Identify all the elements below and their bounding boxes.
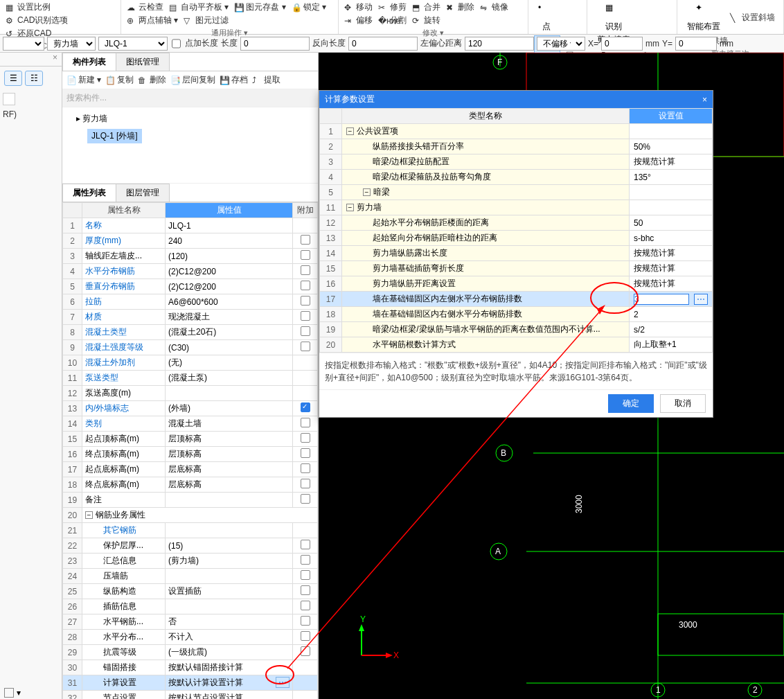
- ln-dd-icon[interactable]: ▾: [17, 688, 21, 698]
- prop-value[interactable]: A6@600*600: [166, 294, 293, 310]
- prop-attach-cb[interactable]: [301, 555, 310, 565]
- prop-attach-cb[interactable]: [301, 585, 310, 595]
- opt-rev-input[interactable]: [348, 37, 418, 51]
- prop-attach-cb[interactable]: [301, 540, 310, 549]
- opt-blank[interactable]: [3, 37, 44, 51]
- dlg-cancel-button[interactable]: 取消: [660, 394, 706, 413]
- opt-addlen-check[interactable]: [172, 37, 181, 51]
- prop-attach-cb[interactable]: [301, 250, 310, 260]
- opt-y-input[interactable]: [675, 37, 717, 51]
- opt-component[interactable]: JLQ-1: [98, 37, 168, 51]
- dlg-val[interactable]: ⋯: [630, 292, 713, 307]
- ln-tree-view[interactable]: ☷: [25, 71, 43, 86]
- rb-mirror[interactable]: ⇋镜像: [480, 1, 508, 13]
- prop-attach-cb[interactable]: [301, 448, 310, 458]
- dlg-val[interactable]: [630, 185, 713, 200]
- prop-value[interactable]: 现浇混凝土: [166, 310, 293, 325]
- prop-attach-cb[interactable]: [301, 631, 310, 641]
- opt-left-input[interactable]: [465, 37, 534, 51]
- dlg-val[interactable]: s-bhc: [630, 231, 713, 246]
- prop-value[interactable]: 按默认计算设置计算⋯: [166, 675, 293, 691]
- tab-component-list[interactable]: 构件列表: [62, 53, 116, 71]
- prop-attach-cb[interactable]: [301, 296, 310, 306]
- rb-rotate[interactable]: ⟳旋转: [412, 15, 440, 26]
- prop-attach-cb[interactable]: [301, 646, 310, 656]
- prop-value[interactable]: 按默认节点设置计算: [166, 691, 293, 700]
- tb-archive[interactable]: 💾存档: [220, 74, 248, 86]
- prop-attach-cb[interactable]: [301, 418, 310, 427]
- rb-elem-filter[interactable]: ▽图元过滤: [184, 15, 229, 26]
- rb-delete[interactable]: ✖删除: [446, 1, 474, 13]
- prop-attach-cb[interactable]: [301, 402, 310, 412]
- prop-attach-cb[interactable]: [301, 570, 310, 580]
- prop-attach-cb[interactable]: [301, 342, 310, 351]
- rb-cloud-check[interactable]: ☁云检查: [127, 1, 163, 13]
- tree-item-jlq1[interactable]: JLQ-1 [外墙]: [87, 129, 142, 143]
- prop-value[interactable]: 不计入: [166, 630, 293, 645]
- prop-value[interactable]: 设置插筋: [166, 584, 293, 599]
- prop-value[interactable]: (混凝土20石): [166, 325, 293, 340]
- prop-value[interactable]: (混凝土泵): [166, 371, 293, 386]
- opt-len-input[interactable]: [240, 37, 310, 51]
- rb-lock[interactable]: 🔒锁定 ▾: [292, 1, 326, 13]
- prop-value[interactable]: [166, 569, 293, 584]
- prop-value[interactable]: 层顶标高: [166, 432, 293, 447]
- tb-del[interactable]: 🗑删除: [138, 74, 166, 86]
- prop-value[interactable]: (2)C12@200: [166, 279, 293, 294]
- tab-drawing-mgmt[interactable]: 图纸管理: [116, 53, 170, 71]
- opt-category[interactable]: 剪力墙: [47, 37, 96, 51]
- prop-value[interactable]: (15): [166, 538, 293, 554]
- opt-offset-sel[interactable]: 不偏移 ▾: [537, 37, 585, 51]
- dlg-val[interactable]: [630, 124, 713, 139]
- prop-attach-cb[interactable]: [301, 479, 310, 488]
- rb-split[interactable]: �ние分割: [378, 15, 407, 26]
- prop-value[interactable]: (一级抗震): [166, 645, 293, 660]
- rb-inclined-wall[interactable]: ╲设置斜墙: [730, 1, 775, 34]
- prop-value[interactable]: (无): [166, 355, 293, 371]
- rb-point[interactable]: •点: [534, 1, 559, 34]
- tab-layer-mgmt[interactable]: 图层管理: [116, 184, 170, 202]
- prop-value[interactable]: [166, 493, 293, 508]
- prop-attach-cb[interactable]: [301, 235, 310, 245]
- rb-auto-level[interactable]: ▤自动平齐板 ▾: [169, 1, 229, 13]
- prop-attach-cb[interactable]: [301, 616, 310, 626]
- prop-value[interactable]: (剪力墙): [166, 554, 293, 569]
- tb-new[interactable]: 📄新建 ▾: [66, 74, 101, 86]
- prop-value[interactable]: (120): [166, 249, 293, 264]
- dlg-val[interactable]: 按规范计算: [630, 261, 713, 276]
- ln-sq-icon[interactable]: [4, 688, 14, 698]
- dlg-val[interactable]: 按规范计算: [630, 246, 713, 261]
- prop-value[interactable]: 层底标高: [166, 462, 293, 477]
- prop-value[interactable]: 否: [166, 614, 293, 630]
- dlg-val[interactable]: 50: [630, 215, 713, 231]
- prop-attach-cb[interactable]: [301, 494, 310, 504]
- tree-root[interactable]: ▸ 剪力墙: [68, 112, 312, 126]
- prop-value[interactable]: 层底标高: [166, 477, 293, 493]
- dlg-val[interactable]: 按规范计算: [630, 276, 713, 292]
- prop-attach-cb[interactable]: [301, 326, 310, 336]
- prop-attach-cb[interactable]: [301, 311, 310, 321]
- prop-value[interactable]: [166, 599, 293, 614]
- prop-value[interactable]: (2)C12@200: [166, 264, 293, 279]
- rb-set-scale[interactable]: ▦设置比例: [6, 1, 51, 13]
- opt-x-input[interactable]: [601, 37, 643, 51]
- prop-attach-cb[interactable]: [301, 601, 310, 610]
- rb-merge[interactable]: ⬒合并: [412, 1, 440, 13]
- dlg-val[interactable]: 按规范计算: [630, 154, 713, 170]
- dlg-val[interactable]: 向上取整+1: [630, 337, 713, 353]
- rb-smart-place[interactable]: ✦智能布置: [683, 1, 724, 34]
- rb-offset[interactable]: ⇥偏移: [344, 15, 373, 26]
- dlg-close-button[interactable]: ×: [702, 95, 707, 105]
- prop-value[interactable]: 混凝土墙: [166, 416, 293, 432]
- prop-attach-cb[interactable]: [301, 265, 310, 275]
- prop-attach-cb[interactable]: [301, 281, 310, 290]
- prop-value[interactable]: 240: [166, 233, 293, 249]
- dlg-val-input[interactable]: [634, 294, 689, 305]
- rb-two-point[interactable]: ⊕两点辅轴 ▾: [127, 15, 178, 26]
- rb-move[interactable]: ✥移动: [344, 1, 373, 13]
- ln-close[interactable]: ×: [0, 53, 62, 67]
- prop-value[interactable]: [166, 386, 293, 401]
- prop-attach-cb[interactable]: [301, 463, 310, 473]
- dlg-ok-button[interactable]: 确定: [608, 394, 654, 413]
- dlg-val[interactable]: [630, 200, 713, 215]
